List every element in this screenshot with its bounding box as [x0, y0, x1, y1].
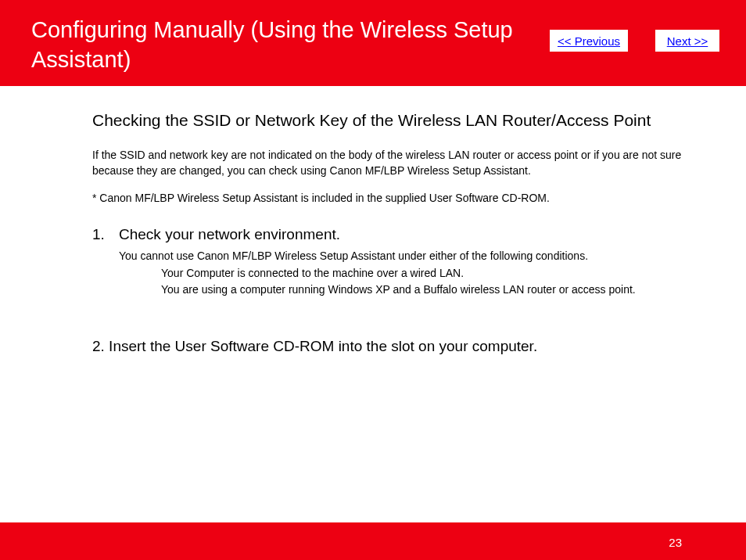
footer-bar: 23 [0, 522, 746, 560]
previous-button[interactable]: << Previous [550, 30, 628, 52]
document-page: Configuring Manually (Using the Wireless… [0, 0, 746, 560]
step-1-body-text: You cannot use Canon MF/LBP Wireless Set… [119, 248, 702, 265]
step-2-title: 2. Insert the User Software CD-ROM into … [92, 338, 702, 355]
note-text: * Canon MF/LBP Wireless Setup Assistant … [92, 190, 702, 206]
page-title: Configuring Manually (Using the Wireless… [31, 16, 532, 74]
step-1-condition-1: Your Computer is connected to the machin… [161, 265, 702, 282]
step-1-body: You cannot use Canon MF/LBP Wireless Set… [119, 248, 702, 299]
intro-paragraph: If the SSID and network key are not indi… [92, 147, 687, 179]
section-heading: Checking the SSID or Network Key of the … [92, 111, 702, 130]
header-bar: Configuring Manually (Using the Wireless… [0, 0, 746, 86]
step-1-title: Check your network environment. [119, 226, 340, 243]
step-1-row: 1. Check your network environment. [92, 226, 702, 243]
step-1-number: 1. [92, 226, 119, 243]
next-button[interactable]: Next >> [655, 30, 719, 52]
page-number: 23 [669, 536, 682, 549]
step-1-condition-2: You are using a computer running Windows… [161, 282, 702, 299]
content-area: Checking the SSID or Network Key of the … [92, 111, 702, 355]
